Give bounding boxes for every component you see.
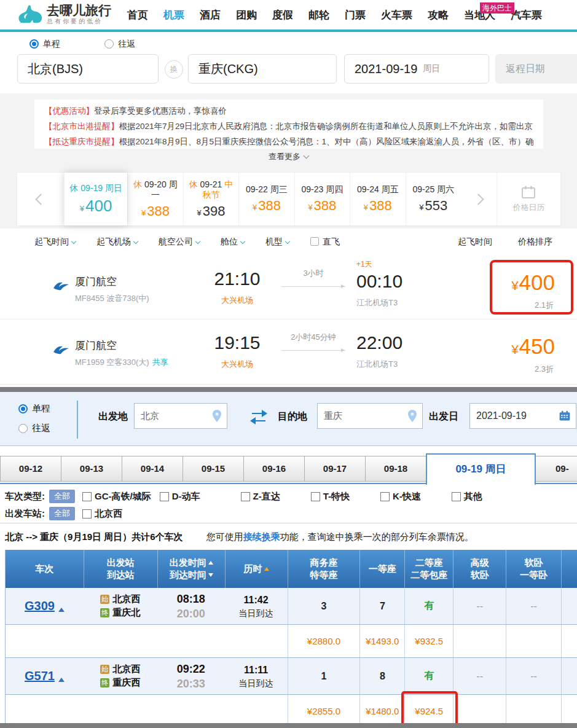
type-d-checkbox[interactable]: D-动车 [160,491,200,503]
train-round-radio[interactable]: 往返 [18,420,50,436]
to-station-input[interactable]: 重庆 [317,403,423,429]
discount-label: 2.1折 [535,300,554,311]
sort-by-price[interactable]: 价格排序 [518,237,552,248]
nav-item-hotel[interactable]: 酒店 [200,8,221,22]
filter-aircraft[interactable]: 机型 [265,237,289,248]
nav-item-guide[interactable]: 攻略 [428,8,449,22]
transfer-link[interactable]: 接续换乘 [243,531,280,542]
flight-from-input[interactable]: 北京(BJS) [17,54,159,84]
flight-date-tab-0922[interactable]: 09-22 周三 ¥388 [238,173,294,225]
station-all-chip[interactable]: 全部 [49,507,75,520]
filter-airline[interactable]: 航空公司 [159,237,200,248]
tab-date: 09-24 [357,184,379,194]
train-date-tab-0918[interactable]: 09-18 [365,456,426,482]
flight-date-tab-0923[interactable]: 09-23 周四 ¥388 [294,173,350,225]
flight-return-date-input[interactable]: 返程日期 [495,54,577,84]
sort-by-time[interactable]: 起飞时间 [458,237,492,248]
col-duration[interactable]: 历时 [225,550,288,588]
train-date-tab-0916[interactable]: 09-16 [243,456,305,482]
col-sleeper[interactable]: 软卧 一等卧 [506,550,561,588]
tab-date: 09-21 [200,179,222,189]
sort-asc-active-icon[interactable] [264,567,269,571]
col-first[interactable]: 一等座 [359,550,404,588]
station-beijingxi-checkbox[interactable]: 北京西 [82,508,122,520]
train-date-tab-partial[interactable]: 09- [535,456,577,482]
nav-item-train[interactable]: 火车票 [381,8,412,22]
nav-item-flight[interactable]: 机票 [163,8,184,22]
sort-desc-icon[interactable] [208,573,213,577]
business-seat-cell[interactable]: 1 [288,658,360,694]
col-train[interactable]: 车次 [6,550,84,588]
flight-date-tab-0924[interactable]: 09-24 周五 ¥388 [350,173,405,225]
flight-date-tab-0925[interactable]: 09-25 周六 ¥553 [406,173,461,225]
flight-round-radio[interactable]: 往返 [104,39,135,50]
train-date-tab-0912[interactable]: 09-12 [0,456,61,482]
swap-stations-button[interactable] [248,409,269,425]
train-date-tab-0914[interactable]: 09-14 [122,456,183,482]
col-adv-sleeper[interactable]: 高级 软卧 [453,550,506,588]
type-z-checkbox[interactable]: Z-直达 [241,491,280,503]
flight-price[interactable]: ¥ 450 [511,334,555,359]
qunar-camel-logo-icon[interactable] [16,4,44,27]
filter-cabin[interactable]: 舱位 [221,237,245,248]
date-next-button[interactable] [461,173,497,225]
flight-date-tab-0919[interactable]: 休 09-19 周日 ¥400 [64,173,127,225]
type-gc-checkbox[interactable]: GC-高铁/城际 [82,491,151,503]
date-prev-button[interactable] [17,173,64,225]
second-seat-cell[interactable]: 有 [404,588,453,624]
nav-item-cruise[interactable]: 邮轮 [308,8,329,22]
filter-label: 起飞机场 [96,237,131,246]
train-date-tab-0919-selected[interactable]: 09-19 周日 [426,453,536,485]
nav-item-groupbuy[interactable]: 团购 [236,8,257,22]
train-date-input[interactable]: 2021-09-19 [469,403,576,429]
flight-date-tab-0921[interactable]: 休 09-21 中秋节 ¥398 [183,173,238,225]
type-k-checkbox[interactable]: K-快速 [380,491,421,503]
flight-row-mf8455[interactable]: 厦门航空 MF8455 波音738(中) 21:10 大兴机场 3小时 +1天 … [0,256,577,319]
type-other-checkbox[interactable]: 其他 [452,491,482,503]
col-stations[interactable]: 出发站 到达站 [84,550,157,588]
swap-cities-button[interactable]: 换 [165,60,183,79]
nav-item-bus[interactable]: 汽车票 [511,8,542,22]
nav-item-tickets[interactable]: 门票 [345,8,366,22]
col-second[interactable]: 二等座 二等包座 [404,550,453,588]
tab-day: 周五 [382,184,399,194]
first-seat-cell[interactable]: 8 [359,658,404,694]
filter-direct-checkbox[interactable]: 直飞 [310,237,340,248]
train-date-tab-0917[interactable]: 09-17 [304,456,366,482]
sort-asc-icon[interactable] [208,561,213,565]
train-date-tab-0915[interactable]: 09-15 [183,456,244,482]
flight-price[interactable]: ¥ 400 [511,270,555,295]
currency-symbol: ¥ [364,203,368,212]
first-seat-cell[interactable]: 7 [359,588,404,624]
flight-date-input[interactable]: 2021-09-19 周日 [344,54,489,84]
see-more-button[interactable]: 查看更多 [0,151,577,162]
end-badge: 终 [100,608,109,617]
train-link-g309[interactable]: G309 [25,599,55,613]
brand-name[interactable]: 去哪儿旅行 [47,4,111,17]
col-business[interactable]: 商务座 特等座 [288,550,360,588]
type-t-checkbox[interactable]: T-特快 [311,491,350,503]
second-seat-cell[interactable]: 有 [404,658,453,694]
filter-depart-airport[interactable]: 起飞机场 [96,237,138,248]
business-seat-cell[interactable]: 3 [288,588,360,624]
flight-oneway-radio[interactable]: 单程 [29,39,60,50]
from-station-input[interactable]: 北京 [134,403,227,429]
train-link-g571[interactable]: G571 [25,669,55,683]
next-day-label: +1天 [356,259,372,270]
collapse-icon[interactable] [58,678,65,682]
train-date-tab-0913[interactable]: 09-13 [61,456,122,482]
filter-depart-time[interactable]: 起飞时间 [34,237,76,248]
arrival-block: 22:00 江北机场T3 [353,319,445,370]
nav-item-vacation[interactable]: 度假 [272,8,293,22]
flight-row-mf1959[interactable]: 厦门航空 MF1959 空客330(大)共享 19:15 大兴机场 2小时45分… [0,319,577,385]
flight-date-tab-0920[interactable]: 休 09-20 周一 ¥388 [127,173,183,225]
price-calendar-button[interactable]: 价格日历 [497,173,560,225]
overseas-bus-badge[interactable]: 海外巴士 [480,2,514,14]
page: 去哪儿旅行 总有你要的低价 首页 机票 酒店 团购 度假 邮轮 门票 火车票 攻… [0,0,577,728]
flight-to-input[interactable]: 重庆(CKG) [188,54,337,84]
nav-item-home[interactable]: 首页 [127,8,148,22]
train-type-all-chip[interactable]: 全部 [49,490,75,503]
train-oneway-radio[interactable]: 单程 [18,401,50,417]
collapse-icon[interactable] [58,608,65,612]
col-times[interactable]: 出发时间 到达时间 [157,550,225,588]
